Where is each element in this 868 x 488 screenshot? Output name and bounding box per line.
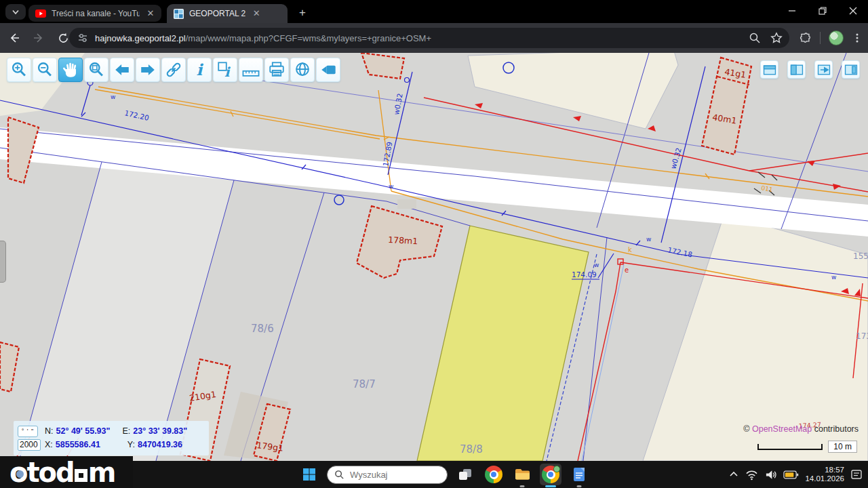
chrome-active-button[interactable] bbox=[540, 464, 561, 485]
map-panel-toolbar bbox=[760, 60, 860, 79]
close-icon bbox=[849, 7, 857, 15]
forward-button[interactable] bbox=[28, 28, 49, 48]
east-value: 23° 33' 39.83" bbox=[133, 426, 187, 436]
clock-time: 18:57 bbox=[805, 466, 844, 474]
document-app-button[interactable] bbox=[568, 464, 590, 485]
openstreetmap-link[interactable]: OpenStreetMap bbox=[752, 424, 812, 434]
water-marker: w bbox=[111, 94, 115, 100]
water-marker: w bbox=[831, 274, 836, 281]
back-button[interactable] bbox=[4, 28, 24, 48]
dms-toggle-button[interactable]: ° ' " bbox=[18, 426, 38, 437]
sidebar-pull-handle[interactable] bbox=[0, 241, 6, 283]
new-tab-button[interactable]: + bbox=[294, 5, 311, 22]
taskbar-search[interactable] bbox=[327, 466, 448, 484]
tab-close-icon[interactable]: ✕ bbox=[251, 8, 262, 19]
parcel-label-78-6: 78/6 bbox=[251, 323, 274, 335]
x-value: 5855586.41 bbox=[56, 440, 100, 449]
parcel-label-173: 173 bbox=[856, 331, 868, 341]
volume-icon[interactable] bbox=[764, 469, 777, 481]
measure-button[interactable] bbox=[239, 58, 263, 82]
logo-square-glyph bbox=[75, 469, 87, 482]
water-marker: w bbox=[389, 183, 393, 190]
otodom-logo: otodm bbox=[9, 459, 115, 486]
tab-youtube-studio[interactable]: Treści na kanale - YouTube Stud ✕ bbox=[28, 5, 161, 22]
task-view-button[interactable] bbox=[454, 464, 476, 485]
menu-kebab-icon[interactable] bbox=[852, 33, 863, 43]
map-toolbar: i i bbox=[7, 58, 340, 82]
zoom-window-button[interactable] bbox=[84, 58, 108, 82]
previous-view-button[interactable] bbox=[110, 58, 134, 82]
toggle-right-panel-button[interactable] bbox=[842, 60, 860, 79]
k-marker: k bbox=[628, 246, 632, 253]
tab-close-icon[interactable]: ✕ bbox=[145, 8, 156, 19]
reload-icon bbox=[58, 33, 69, 44]
copyright-suffix: contributors bbox=[812, 424, 859, 434]
zoom-in-button[interactable] bbox=[7, 58, 31, 82]
taskbar-clock[interactable]: 18:57 14.01.2026 bbox=[805, 466, 844, 483]
osm-globe-button[interactable] bbox=[290, 58, 315, 82]
parcel-label-155: 155/ bbox=[853, 251, 868, 261]
scale-input[interactable] bbox=[18, 439, 41, 451]
north-label: N: bbox=[45, 426, 54, 436]
url-text: hajnowka.geoportal2.pl/map/www/mapa.php?… bbox=[95, 33, 743, 43]
bookmark-star-icon[interactable] bbox=[770, 32, 783, 44]
identify-button[interactable]: i bbox=[187, 58, 212, 82]
search-input[interactable] bbox=[350, 470, 431, 480]
toggle-left-panel-button[interactable] bbox=[787, 60, 806, 79]
east-label: E: bbox=[122, 426, 130, 436]
browser-tabstrip: Treści na kanale - YouTube Stud ✕ GEOPOR… bbox=[0, 0, 868, 23]
tab-search-button[interactable] bbox=[5, 4, 26, 20]
extensions-icon[interactable] bbox=[798, 31, 812, 45]
identify-window-button[interactable]: i bbox=[213, 58, 237, 82]
print-button[interactable] bbox=[264, 58, 289, 82]
scalebar-line bbox=[757, 444, 823, 450]
toggle-top-panel-button[interactable] bbox=[760, 60, 778, 79]
otodom-watermark: otodm bbox=[0, 456, 133, 488]
notification-badge bbox=[553, 466, 560, 472]
running-indicator bbox=[520, 485, 525, 487]
file-explorer-button[interactable] bbox=[511, 464, 533, 485]
e-marker: e bbox=[625, 266, 629, 274]
search-icon bbox=[334, 470, 344, 480]
battery-icon[interactable] bbox=[783, 470, 799, 480]
zoom-page-icon[interactable] bbox=[749, 32, 761, 44]
pan-button[interactable] bbox=[58, 58, 83, 82]
tray-app-icon[interactable] bbox=[850, 468, 863, 481]
chevron-down-icon bbox=[12, 9, 19, 15]
link-button[interactable] bbox=[161, 58, 186, 82]
svg-text:i: i bbox=[224, 64, 231, 80]
window-restore-button[interactable] bbox=[807, 0, 837, 22]
tab-geoportal[interactable]: GEOPORTAL 2 ✕ bbox=[167, 4, 288, 23]
map-attribution: © OpenStreetMap contributors bbox=[743, 424, 859, 434]
running-indicator-active bbox=[545, 485, 556, 487]
browser-toolbar: hajnowka.geoportal2.pl/map/www/mapa.php?… bbox=[0, 23, 868, 53]
collapse-panel-arrow-button[interactable] bbox=[814, 60, 833, 79]
elevation-label: 174.09 bbox=[572, 270, 597, 279]
wifi-icon[interactable] bbox=[745, 469, 758, 481]
chrome-icon bbox=[542, 466, 559, 483]
tray-chevron-icon[interactable] bbox=[728, 469, 739, 480]
chrome-taskbar-button[interactable] bbox=[483, 464, 505, 485]
site-settings-icon[interactable] bbox=[76, 31, 90, 45]
street-view-button[interactable] bbox=[316, 58, 340, 82]
start-button[interactable] bbox=[298, 464, 320, 485]
zoom-out-button[interactable] bbox=[33, 58, 57, 82]
logo-text-right: m bbox=[88, 457, 115, 488]
folder-icon bbox=[513, 466, 531, 483]
scalebar-label: 10 m bbox=[828, 441, 857, 453]
window-close-button[interactable] bbox=[837, 0, 868, 22]
tab-title: GEOPORTAL 2 bbox=[189, 9, 245, 18]
logo-dot bbox=[16, 470, 24, 478]
map-canvas[interactable]: 172.20 172.89 w0.32 w0.32 172.18 174.09 … bbox=[0, 53, 868, 461]
y-label: Y: bbox=[127, 440, 135, 449]
toolbar-divider bbox=[820, 32, 821, 44]
next-view-button[interactable] bbox=[136, 58, 160, 82]
restore-icon bbox=[818, 7, 827, 15]
water-marker: w bbox=[594, 262, 599, 268]
north-value: 52° 49' 55.93" bbox=[56, 426, 111, 436]
window-minimize-button[interactable] bbox=[776, 0, 807, 22]
youtube-icon bbox=[35, 9, 46, 18]
profile-avatar[interactable] bbox=[829, 30, 844, 45]
chrome-icon bbox=[485, 466, 502, 483]
address-bar[interactable]: hajnowka.geoportal2.pl/map/www/mapa.php?… bbox=[69, 28, 789, 48]
